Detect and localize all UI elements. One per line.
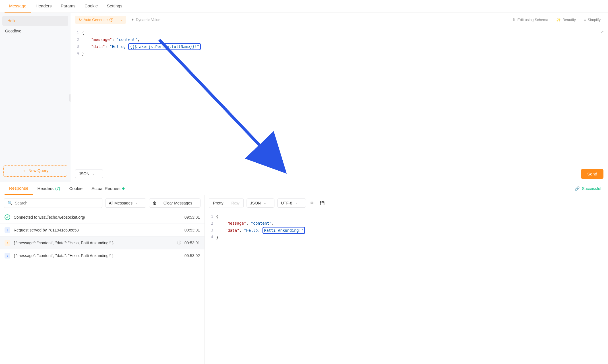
message-list: ✓ Connected to wss://echo.websocket.org/… [0, 211, 204, 364]
tab-headers[interactable]: Headers [31, 0, 56, 13]
sidebar-item-goodbye[interactable]: Goodbye [0, 26, 71, 36]
trash-icon: 🗑 [153, 201, 157, 205]
request-tabs: Message Headers Params Cookie Settings [0, 0, 608, 13]
plus-icon: ＋ [22, 168, 26, 173]
message-text: { "message": "content", "data": "Hello, … [14, 253, 181, 258]
document-icon: 🗎 [512, 18, 516, 22]
response-code-area[interactable]: { "message": "content", "data": "Hello, … [216, 211, 608, 364]
sidebar-item-hello[interactable]: Hello [2, 16, 68, 26]
json-key: "message" [226, 221, 246, 226]
auto-generate-button[interactable]: ↻ Auto Generate ? [75, 16, 117, 24]
message-row[interactable]: ↑ { "message": "content", "data": "Hello… [0, 236, 204, 249]
simplify-button[interactable]: ≡Simplify [581, 16, 603, 24]
tab-resp-headers[interactable]: Headers (7) [33, 182, 65, 195]
chevron-down-icon: ⌄ [264, 201, 266, 205]
save-icon[interactable]: 💾 [318, 199, 326, 207]
message-log-panel: 🔍 All Messages ⌄ 🗑 Clear Messages ✓ Conn… [0, 195, 205, 364]
dynamic-value-highlight: {{$fakerjs.Person.fullName}}!" [128, 43, 201, 50]
chevron-down-icon: ⌄ [120, 18, 123, 22]
chevron-down-icon: ⌄ [295, 201, 298, 205]
resp-format-value: JSON [250, 201, 261, 205]
message-time: 09:53:01 [185, 228, 200, 232]
dynamic-value-button[interactable]: ✦Dynamic Value [128, 16, 163, 24]
arrow-up-icon: ↑ [5, 240, 10, 246]
tab-cookie[interactable]: Cookie [80, 0, 102, 13]
new-query-button[interactable]: ＋ New Query [3, 165, 67, 177]
arrow-down-icon: ↓ [5, 253, 10, 258]
message-search[interactable]: 🔍 [4, 198, 102, 208]
tab-message[interactable]: Message [5, 0, 31, 13]
json-value: "content" [117, 37, 137, 42]
line-number: 4 [71, 50, 79, 57]
tab-response[interactable]: Response [5, 182, 33, 195]
edit-schema-button[interactable]: 🗎Edit using Schema [509, 16, 551, 24]
auto-generate-dropdown[interactable]: ⌄ [117, 16, 126, 24]
json-key: "message" [91, 37, 112, 42]
resp-format-select[interactable]: JSON ⌄ [247, 198, 274, 208]
tab-resp-cookie[interactable]: Cookie [65, 182, 87, 195]
message-filter-value: All Messages [109, 201, 133, 205]
message-row[interactable]: ↓ { "message": "content", "data": "Hello… [0, 249, 204, 262]
tab-settings[interactable]: Settings [102, 0, 127, 13]
arrow-down-icon: ↓ [5, 227, 10, 233]
message-row[interactable]: ↓ Request served by 7811941c69e658 09:53… [0, 224, 204, 236]
tab-actual-request[interactable]: Actual Request [87, 182, 129, 195]
line-number: 1 [205, 213, 213, 220]
tab-resp-headers-label: Headers [38, 186, 54, 191]
tab-actual-request-label: Actual Request [92, 186, 121, 191]
new-query-label: New Query [28, 168, 48, 173]
search-icon: 🔍 [8, 201, 13, 205]
message-time: 09:53:01 [185, 241, 200, 245]
json-value-prefix: "Hello, [244, 228, 262, 233]
line-number: 4 [205, 233, 213, 240]
format-select[interactable]: JSON ⌄ [75, 169, 103, 178]
status-successful: 🔗 Successful [575, 186, 603, 191]
link-icon: 🔗 [575, 186, 580, 191]
lightning-icon: ✦ [131, 18, 134, 22]
list-icon: ≡ [584, 18, 586, 22]
resolved-value-highlight: Patti Ankunding!" [262, 227, 305, 234]
beautify-button[interactable]: ✨Beautify [553, 16, 579, 24]
status-label: Successful [582, 186, 601, 191]
pretty-button[interactable]: Pretty [209, 198, 228, 208]
message-row[interactable]: ✓ Connected to wss://echo.websocket.org/… [0, 211, 204, 224]
clear-messages-button[interactable]: 🗑 Clear Messages [149, 198, 200, 208]
encoding-select[interactable]: UTF-8 ⌄ [277, 198, 306, 208]
refresh-icon: ↻ [79, 18, 82, 22]
headers-count: (7) [55, 186, 60, 191]
message-time: 09:53:01 [185, 215, 200, 220]
editor-toolbar: ↻ Auto Generate ? ⌄ ✦Dynamic Value 🗎Edit… [71, 13, 608, 27]
json-value: "content" [251, 221, 272, 226]
response-tabs: Response Headers (7) Cookie Actual Reque… [0, 182, 608, 195]
json-key: "data" [91, 44, 105, 49]
beautify-label: Beautify [562, 18, 576, 22]
encoding-value: UTF-8 [281, 201, 292, 205]
help-icon[interactable]: ⓘ [177, 240, 181, 245]
expand-icon[interactable]: ⤢ [600, 29, 604, 34]
request-editor[interactable]: 1 2 3 4 { "message": "content", "data": … [71, 27, 608, 166]
json-key: "data" [226, 228, 239, 233]
message-time: 09:53:02 [185, 253, 200, 258]
status-dot-icon [122, 187, 125, 190]
line-gutter: 1 2 3 4 [205, 211, 216, 364]
response-editor: 1 2 3 4 { "message": "content", "data": … [205, 211, 608, 364]
send-button[interactable]: Send [581, 169, 603, 179]
clear-messages-label: Clear Messages [164, 201, 192, 205]
line-gutter: 1 2 3 4 [71, 27, 82, 166]
format-select-value: JSON [79, 171, 89, 176]
chevron-down-icon: ⌄ [135, 201, 138, 205]
search-input[interactable] [15, 201, 99, 205]
copy-icon[interactable]: ⧉ [309, 199, 315, 207]
code-area[interactable]: { "message": "content", "data": "Hello, … [82, 27, 608, 166]
line-number: 3 [205, 227, 213, 233]
edit-schema-label: Edit using Schema [518, 18, 548, 22]
view-mode-segment: Pretty Raw [209, 198, 244, 208]
line-number: 1 [71, 29, 79, 36]
simplify-label: Simplify [588, 18, 601, 22]
raw-button[interactable]: Raw [228, 198, 243, 208]
message-filter-select[interactable]: All Messages ⌄ [105, 198, 146, 208]
check-icon: ✓ [5, 214, 10, 220]
dynamic-value-label: Dynamic Value [136, 18, 160, 22]
tab-params[interactable]: Params [56, 0, 80, 13]
json-value-prefix: "Hello, [110, 44, 128, 49]
